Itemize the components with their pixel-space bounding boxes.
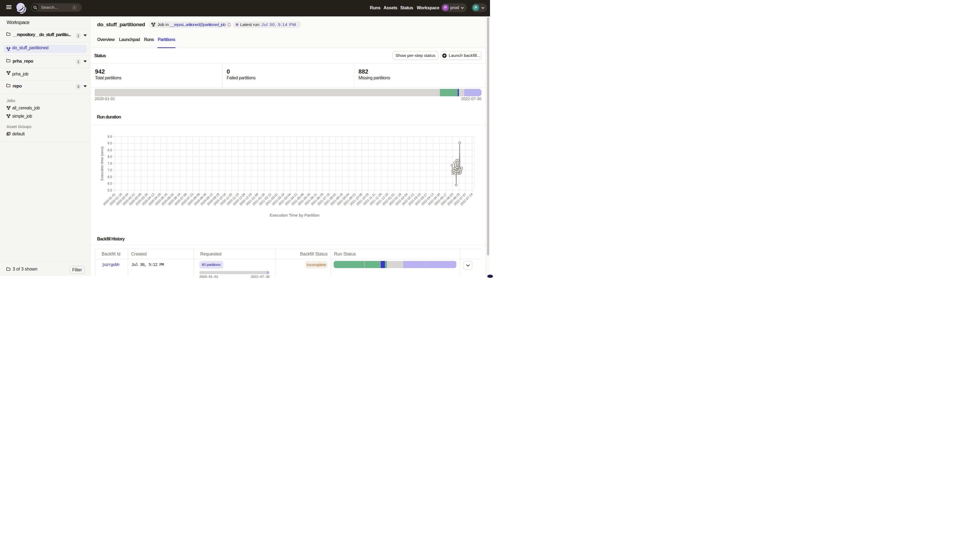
svg-text:8.0: 8.0 [108, 155, 112, 159]
svg-text:9.5: 9.5 [108, 135, 112, 139]
svg-text:Execution time (secs): Execution time (secs) [100, 146, 104, 180]
svg-text:9.0: 9.0 [108, 141, 112, 145]
svg-text:5.5: 5.5 [108, 189, 112, 192]
svg-text:6.0: 6.0 [108, 182, 112, 186]
svg-text:6.5: 6.5 [108, 175, 112, 179]
svg-text:8.5: 8.5 [108, 148, 112, 152]
svg-text:7.5: 7.5 [108, 162, 112, 165]
svg-text:7.0: 7.0 [108, 168, 112, 172]
svg-text:Execution Time by Partition: Execution Time by Partition [270, 213, 320, 217]
